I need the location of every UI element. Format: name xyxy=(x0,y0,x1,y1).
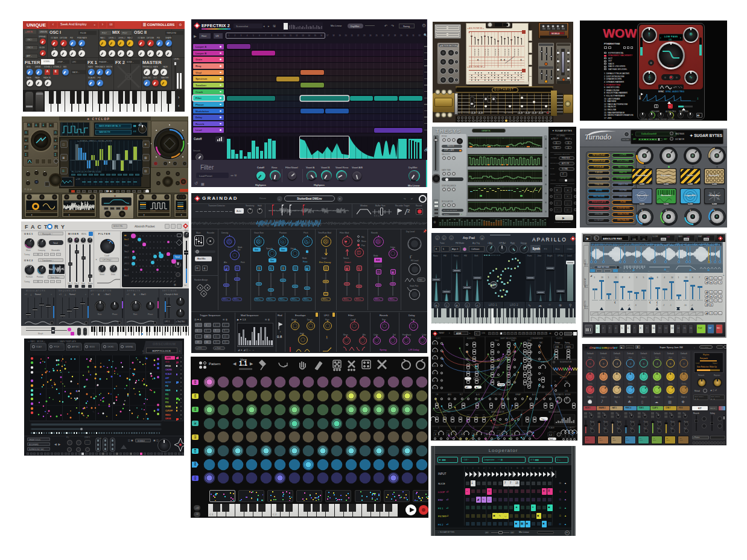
svg-text:1/16: 1/16 xyxy=(526,372,529,374)
svg-text:Default: Default xyxy=(587,352,594,355)
svg-text:Default: Default xyxy=(681,352,687,355)
svg-text:A+B: A+B xyxy=(532,393,536,396)
svg-text:Pitch: Pitch xyxy=(434,430,437,431)
svg-text:Pan: Pan xyxy=(602,412,605,415)
svg-text:CONVERTERS: CONVERTERS xyxy=(530,337,543,340)
svg-text:1/16: 1/16 xyxy=(555,346,559,348)
svg-text:Amt: Amt xyxy=(541,372,544,374)
svg-text:CLOCK: CLOCK xyxy=(556,337,562,340)
svg-text:Slope ▾: Slope ▾ xyxy=(614,396,620,398)
svg-text:EG/MLFO: EG/MLFO xyxy=(467,337,475,340)
svg-text:2S: 2S xyxy=(434,351,436,353)
svg-text:CC74: CC74 xyxy=(475,414,479,416)
svg-text:VLFO: VLFO xyxy=(436,337,441,340)
svg-text:Default: Default xyxy=(600,352,607,355)
svg-text:Modify: Modify xyxy=(655,383,660,385)
svg-text:-12: -12 xyxy=(460,433,463,436)
svg-text:FLT: FLT xyxy=(460,393,463,396)
svg-text:Pitch: Pitch xyxy=(447,430,450,431)
svg-text:Decay: Decay xyxy=(682,369,687,372)
svg-text:Pan: Pan xyxy=(656,412,659,415)
svg-text:Decay: Decay xyxy=(588,369,593,372)
svg-text:MIXER: MIXER xyxy=(565,393,571,396)
svg-text:OUTPUT: OUTPUT xyxy=(491,427,499,429)
svg-text:Swing: Swing xyxy=(565,342,570,344)
svg-text:100%: 100% xyxy=(566,346,571,348)
svg-text:Modify: Modify xyxy=(628,383,633,385)
svg-text:SEQUENCER: SEQUENCER xyxy=(548,411,561,413)
svg-text:Pitch: Pitch xyxy=(588,357,592,359)
svg-text:Slope ▾: Slope ▾ xyxy=(668,396,674,398)
svg-text:AND: AND xyxy=(448,393,452,396)
svg-text:Default: Default xyxy=(667,352,674,355)
svg-text:Pitch: Pitch xyxy=(615,357,619,359)
svg-text:Pan: Pan xyxy=(629,412,632,415)
svg-text:40: 40 xyxy=(511,433,513,436)
svg-text:Decay: Decay xyxy=(628,369,633,372)
svg-text:Default: Default xyxy=(627,352,634,355)
svg-text:Slope ▾: Slope ▾ xyxy=(628,396,634,398)
svg-text:Default: Default xyxy=(614,352,620,355)
svg-text:Pitch: Pitch xyxy=(497,430,501,431)
svg-text:Pan: Pan xyxy=(682,412,685,415)
svg-text:Clock: Clock xyxy=(495,339,499,342)
svg-text:Pitch: Pitch xyxy=(523,430,526,431)
svg-text:Modify: Modify xyxy=(641,383,646,385)
svg-text:1S: 1S xyxy=(434,387,436,390)
svg-text:1/16: 1/16 xyxy=(565,390,568,392)
svg-text:NODE EDITOR: NODE EDITOR xyxy=(560,361,571,363)
svg-text:Pan: Pan xyxy=(669,412,672,415)
svg-text:Vel: Vel xyxy=(451,414,454,416)
svg-text:Pan: Pan xyxy=(615,412,618,415)
svg-text:Pitch: Pitch xyxy=(655,357,659,359)
svg-text:Pitch: Pitch xyxy=(642,357,646,359)
svg-text:Trig: Trig xyxy=(541,418,544,421)
svg-text:Pitch: Pitch xyxy=(485,430,488,431)
svg-text:2S: 2S xyxy=(434,358,436,360)
svg-text:Clock: Clock xyxy=(527,339,532,342)
svg-text:Pitch: Pitch xyxy=(602,357,605,359)
svg-text:Decay: Decay xyxy=(641,369,646,372)
svg-text:Clock: Clock xyxy=(511,339,515,342)
svg-text:Decay: Decay xyxy=(655,369,660,372)
svg-text:Pan: Pan xyxy=(643,412,646,415)
svg-text:Root Auto: Root Auto xyxy=(549,431,556,433)
svg-text:SCALE: SCALE xyxy=(548,427,555,429)
svg-text:Time: Time xyxy=(565,380,568,383)
svg-text:Modify: Modify xyxy=(682,383,687,385)
svg-text:Modify: Modify xyxy=(601,383,606,385)
svg-text:Pitch: Pitch xyxy=(669,357,672,359)
svg-text:CC1: CC1 xyxy=(467,414,470,416)
svg-text:Slope ▾: Slope ▾ xyxy=(601,396,607,398)
svg-text:DAC: DAC xyxy=(539,342,543,344)
svg-text:WRAP: WRAP xyxy=(515,393,521,396)
svg-text:Pitch: Pitch xyxy=(682,357,686,359)
svg-text:Decay: Decay xyxy=(615,369,620,372)
svg-text:Gate: Gate xyxy=(443,414,447,416)
svg-text:Modify: Modify xyxy=(615,383,620,385)
svg-text:Decay: Decay xyxy=(669,369,673,372)
svg-text:Pitch: Pitch xyxy=(629,357,632,359)
svg-text:Slope ▾: Slope ▾ xyxy=(641,396,647,398)
svg-text:Pitch: Pitch xyxy=(436,414,439,416)
svg-text:Pan: Pan xyxy=(589,412,592,415)
svg-text:PB: PB xyxy=(483,414,485,416)
svg-text:Slope ▾: Slope ▾ xyxy=(681,396,687,398)
svg-text:Pitch: Pitch xyxy=(472,430,475,431)
svg-text:A+B: A+B xyxy=(476,393,480,396)
svg-text:Slope ▾: Slope ▾ xyxy=(654,396,660,398)
svg-text:P.O P.O OSC: P.O P.O OSC xyxy=(491,393,503,396)
svg-text:Tempo: Tempo xyxy=(555,342,560,344)
svg-text:CC/AUTO: CC/AUTO xyxy=(567,427,575,429)
svg-text:Slope ▾: Slope ▾ xyxy=(587,396,593,398)
svg-text:Default: Default xyxy=(654,352,661,355)
svg-text:Default: Default xyxy=(640,352,647,355)
svg-text:Decay: Decay xyxy=(602,369,606,372)
svg-text:Modify: Modify xyxy=(588,383,593,385)
svg-text:Tonal: Tonal xyxy=(549,438,553,441)
svg-text:Modify: Modify xyxy=(668,383,673,385)
svg-text:C-2: C-2 xyxy=(549,434,552,436)
svg-text:LFO: LFO xyxy=(529,361,532,363)
